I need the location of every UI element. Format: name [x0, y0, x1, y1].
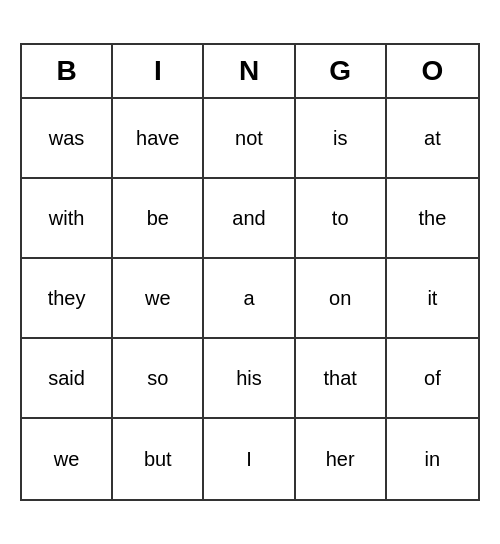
header-cell-i: I [113, 45, 204, 97]
bingo-header: BINGO [22, 45, 478, 99]
bingo-cell-r4-c1[interactable]: but [113, 419, 204, 499]
bingo-cell-r2-c1[interactable]: we [113, 259, 204, 339]
bingo-cell-r2-c0[interactable]: they [22, 259, 113, 339]
bingo-cell-r2-c2[interactable]: a [204, 259, 295, 339]
bingo-cell-r0-c0[interactable]: was [22, 99, 113, 179]
bingo-cell-r0-c4[interactable]: at [387, 99, 478, 179]
bingo-cell-r3-c3[interactable]: that [296, 339, 387, 419]
bingo-cell-r4-c3[interactable]: her [296, 419, 387, 499]
bingo-cell-r0-c1[interactable]: have [113, 99, 204, 179]
bingo-cell-r4-c4[interactable]: in [387, 419, 478, 499]
bingo-cell-r4-c2[interactable]: I [204, 419, 295, 499]
bingo-cell-r1-c2[interactable]: and [204, 179, 295, 259]
bingo-cell-r2-c4[interactable]: it [387, 259, 478, 339]
bingo-grid: washavenotisatwithbeandtothetheyweaonits… [22, 99, 478, 499]
bingo-cell-r1-c0[interactable]: with [22, 179, 113, 259]
bingo-cell-r3-c2[interactable]: his [204, 339, 295, 419]
header-cell-g: G [296, 45, 387, 97]
bingo-cell-r1-c1[interactable]: be [113, 179, 204, 259]
bingo-cell-r3-c1[interactable]: so [113, 339, 204, 419]
bingo-cell-r4-c0[interactable]: we [22, 419, 113, 499]
bingo-cell-r2-c3[interactable]: on [296, 259, 387, 339]
header-cell-n: N [204, 45, 295, 97]
header-cell-o: O [387, 45, 478, 97]
bingo-card: BINGO washavenotisatwithbeandtothetheywe… [20, 43, 480, 501]
bingo-cell-r0-c2[interactable]: not [204, 99, 295, 179]
header-cell-b: B [22, 45, 113, 97]
bingo-cell-r3-c4[interactable]: of [387, 339, 478, 419]
bingo-cell-r1-c4[interactable]: the [387, 179, 478, 259]
bingo-cell-r3-c0[interactable]: said [22, 339, 113, 419]
bingo-cell-r0-c3[interactable]: is [296, 99, 387, 179]
bingo-cell-r1-c3[interactable]: to [296, 179, 387, 259]
